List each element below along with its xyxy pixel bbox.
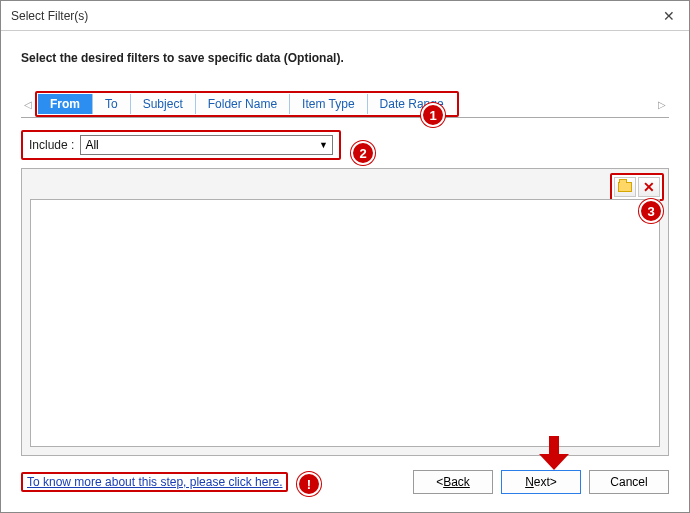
delete-x-icon: ✕ [643,180,655,194]
remove-button[interactable]: ✕ [638,177,660,197]
dialog-body: Select the desired filters to save speci… [1,31,689,466]
chevron-down-icon: ▼ [319,140,328,150]
include-row: Include : All ▼ [21,130,341,160]
items-list[interactable] [30,199,660,447]
tab-scroll-left-icon[interactable]: ◁ [21,99,35,110]
next-button[interactable]: Next > [501,470,581,494]
button-row: < Back Next > Cancel [413,470,669,494]
next-label: Next [525,475,550,489]
browse-button[interactable] [614,177,636,197]
back-label: Back [443,475,470,489]
tab-scroll-right-icon[interactable]: ▷ [655,99,669,110]
close-icon[interactable]: ✕ [657,6,681,26]
title-bar: Select Filter(s) ✕ [1,1,689,31]
dialog-footer: To know more about this step, please cli… [21,470,669,494]
arrow-down-icon [539,436,569,470]
annotation-1: 1 [421,103,445,127]
cancel-button[interactable]: Cancel [589,470,669,494]
annotation-3: 3 [639,199,663,223]
tab-item-type[interactable]: Item Type [290,94,367,114]
tab-to[interactable]: To [93,94,131,114]
filter-tabs: From To Subject Folder Name Item Type Da… [35,91,459,117]
back-button[interactable]: < Back [413,470,493,494]
tab-strip: ◁ From To Subject Folder Name Item Type … [21,91,669,118]
tab-folder-name[interactable]: Folder Name [196,94,290,114]
instruction-text: Select the desired filters to save speci… [21,51,669,65]
help-link[interactable]: To know more about this step, please cli… [27,475,282,489]
include-dropdown[interactable]: All ▼ [80,135,333,155]
folder-icon [618,182,632,192]
annotation-2: 2 [351,141,375,165]
include-value: All [85,138,98,152]
items-panel: ✕ [21,168,669,456]
window-title: Select Filter(s) [11,9,88,23]
tab-subject[interactable]: Subject [131,94,196,114]
panel-toolbar: ✕ [610,173,664,201]
annotation-help: ! [297,472,321,496]
include-label: Include : [29,138,74,152]
help-link-box: To know more about this step, please cli… [21,472,288,492]
tab-from[interactable]: From [38,94,93,114]
